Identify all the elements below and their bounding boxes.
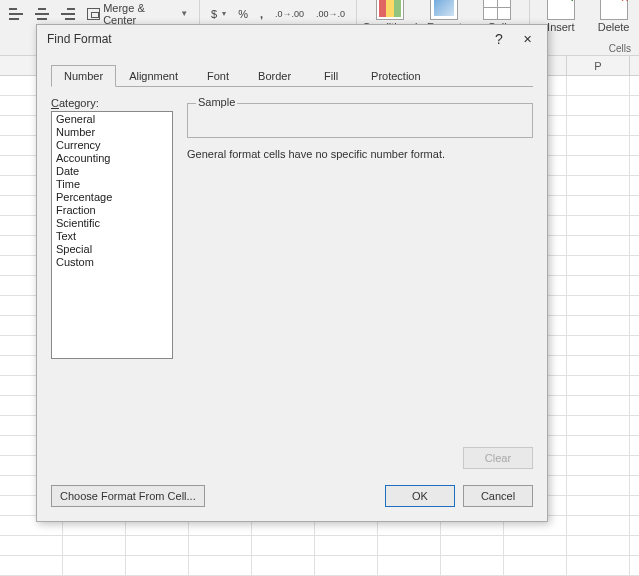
tab-protection[interactable]: Protection — [358, 65, 434, 86]
format-icon — [430, 0, 458, 20]
cell-icon — [483, 0, 511, 20]
merge-label: Merge & Center — [103, 2, 175, 26]
list-item[interactable]: Fraction — [53, 204, 171, 217]
clear-button[interactable]: Clear — [463, 447, 533, 469]
sample-box: Sample — [187, 97, 533, 138]
category-column: Category: General Number Currency Accoun… — [51, 97, 173, 359]
dialog-body: Number Alignment Font Border Fill Protec… — [37, 53, 547, 521]
dialog-titlebar: Find Format ? ✕ — [37, 25, 547, 53]
ok-button[interactable]: OK — [385, 485, 455, 507]
align-right-button[interactable] — [56, 4, 80, 24]
tab-font[interactable]: Font — [191, 65, 245, 86]
list-item[interactable]: Percentage — [53, 191, 171, 204]
category-listbox[interactable]: General Number Currency Accounting Date … — [51, 111, 173, 359]
close-button[interactable]: ✕ — [513, 27, 541, 51]
tab-border[interactable]: Border — [245, 65, 304, 86]
tab-number[interactable]: Number — [51, 65, 116, 87]
dialog-tabs: Number Alignment Font Border Fill Protec… — [51, 65, 533, 87]
tab-alignment[interactable]: Alignment — [116, 65, 191, 86]
find-format-dialog: Find Format ? ✕ Number Alignment Font Bo… — [36, 24, 548, 522]
category-label: Category: — [51, 97, 173, 109]
delete-button[interactable]: Delete — [588, 0, 639, 35]
format-description: General format cells have no specific nu… — [187, 148, 533, 160]
right-pane: Sample General format cells have no spec… — [187, 97, 533, 359]
list-item[interactable]: Text — [53, 230, 171, 243]
sample-label: Sample — [196, 96, 237, 108]
table-row — [0, 556, 639, 576]
list-item[interactable]: General — [53, 113, 171, 126]
list-item[interactable]: Time — [53, 178, 171, 191]
delete-icon — [600, 0, 628, 20]
group-label-cells: Cells — [609, 43, 631, 54]
close-icon: ✕ — [523, 33, 532, 46]
choose-format-from-cell-button[interactable]: Choose Format From Cell... — [51, 485, 205, 507]
dialog-title: Find Format — [47, 32, 485, 46]
conditional-icon — [376, 0, 404, 20]
chevron-down-icon: ▾ — [222, 9, 226, 18]
list-item[interactable]: Accounting — [53, 152, 171, 165]
merge-center-button[interactable]: Merge & Center ▼ — [82, 4, 193, 24]
align-left-button[interactable] — [4, 4, 28, 24]
list-item[interactable]: Scientific — [53, 217, 171, 230]
insert-icon — [547, 0, 575, 20]
align-center-button[interactable] — [30, 4, 54, 24]
cancel-button[interactable]: Cancel — [463, 485, 533, 507]
increase-decimal-button[interactable]: .0→.00 — [270, 4, 309, 24]
sample-value — [196, 113, 524, 123]
list-item[interactable]: Date — [53, 165, 171, 178]
chevron-down-icon: ▼ — [180, 9, 188, 18]
comma-button[interactable]: , — [255, 4, 268, 24]
list-item[interactable]: Number — [53, 126, 171, 139]
help-button[interactable]: ? — [485, 27, 513, 51]
category-label-text: ategory: — [59, 97, 99, 109]
tab-fill[interactable]: Fill — [304, 65, 358, 86]
merge-icon — [87, 8, 100, 20]
decrease-decimal-button[interactable]: .00→.0 — [311, 4, 350, 24]
table-row — [0, 536, 639, 556]
list-item[interactable]: Special — [53, 243, 171, 256]
currency-button[interactable]: $▾ — [206, 4, 231, 24]
percent-button[interactable]: % — [233, 4, 253, 24]
list-item[interactable]: Currency — [53, 139, 171, 152]
list-item[interactable]: Custom — [53, 256, 171, 269]
col-header-p[interactable]: P — [567, 56, 630, 75]
